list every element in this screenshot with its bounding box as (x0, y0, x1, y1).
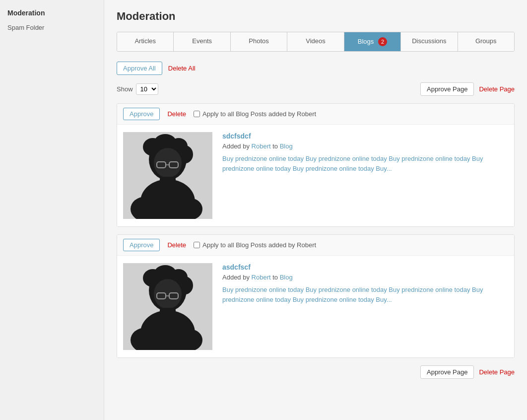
delete-page-button-bottom[interactable]: Delete Page (479, 366, 515, 378)
approve-page-button-bottom[interactable]: Approve Page (420, 365, 474, 379)
apply-label-blog-1[interactable]: Apply to all Blog Posts added by Robert (194, 110, 316, 118)
blog-excerpt-2: Buy prednizone online today Buy prednizo… (222, 285, 508, 304)
svg-point-27 (178, 329, 202, 350)
delete-button-blog-2[interactable]: Delete (167, 239, 186, 251)
page-actions-bottom: Approve Page Delete Page (117, 365, 515, 379)
tab-events[interactable]: Events (174, 32, 230, 51)
tab-articles[interactable]: Articles (117, 32, 174, 51)
blog-card-2-body: asdcfscf Added by Robert to Blog Buy pre… (117, 256, 514, 357)
tab-groups[interactable]: Groups (458, 32, 514, 51)
blog-meta-2: Added by Robert to Blog (222, 274, 508, 281)
blog-info-1: sdcfsdcf Added by Robert to Blog Buy pre… (222, 132, 508, 219)
delete-page-button-top[interactable]: Delete Page (479, 83, 515, 95)
show-label: Show 5 10 20 50 (117, 83, 158, 95)
sidebar: Moderation Spam Folder (0, 0, 104, 420)
show-select[interactable]: 5 10 20 50 (136, 83, 158, 95)
tab-blogs[interactable]: Blogs 2 (344, 32, 401, 51)
blog-destination-link-2[interactable]: Blog (280, 274, 293, 281)
tab-discussions[interactable]: Discussions (401, 32, 458, 51)
blog-card-1-body: sdcfsdcf Added by Robert to Blog Buy pre… (117, 125, 514, 226)
page-actions-top: Approve Page Delete Page (420, 82, 515, 96)
blog-author-link-1[interactable]: Robert (252, 142, 271, 150)
blog-info-2: asdcfscf Added by Robert to Blog Buy pre… (222, 263, 508, 350)
delete-button-blog-1[interactable]: Delete (167, 108, 186, 120)
approve-button-blog-1[interactable]: Approve (123, 108, 160, 120)
blog-title-link-1[interactable]: sdcfsdcf (222, 132, 508, 140)
svg-point-13 (178, 198, 202, 219)
show-row-top: Show 5 10 20 50 Approve Page Delete Page (117, 82, 515, 96)
bulk-toolbar: Approve All Delete All (117, 62, 515, 75)
page-title: Moderation (117, 10, 515, 23)
blog-author-link-2[interactable]: Robert (252, 274, 271, 281)
blog-avatar-2 (123, 263, 212, 350)
sidebar-item-spam-folder[interactable]: Spam Folder (0, 21, 104, 34)
blog-excerpt-1: Buy prednizone online today Buy prednizo… (222, 154, 508, 173)
blog-card-2-header: Approve Delete Apply to all Blog Posts a… (117, 235, 514, 256)
apply-label-blog-2[interactable]: Apply to all Blog Posts added by Robert (194, 241, 316, 249)
blog-destination-link-1[interactable]: Blog (280, 142, 293, 150)
blogs-badge: 2 (378, 37, 387, 46)
blog-card-1: Approve Delete Apply to all Blog Posts a… (117, 103, 515, 227)
blog-meta-1: Added by Robert to Blog (222, 142, 508, 150)
apply-checkbox-blog-2[interactable] (194, 242, 200, 248)
blog-card-2: Approve Delete Apply to all Blog Posts a… (117, 234, 515, 358)
tabs-bar: Articles Events Photos Videos Blogs 2 Di… (117, 32, 515, 52)
blog-avatar-1 (123, 132, 212, 219)
blog-card-1-header: Approve Delete Apply to all Blog Posts a… (117, 104, 514, 125)
approve-all-button[interactable]: Approve All (117, 62, 162, 75)
delete-all-button[interactable]: Delete All (168, 62, 196, 74)
sidebar-title: Moderation (0, 5, 104, 21)
tab-photos[interactable]: Photos (231, 32, 287, 51)
blog-title-link-2[interactable]: asdcfscf (222, 263, 508, 271)
apply-checkbox-blog-1[interactable] (194, 111, 200, 117)
approve-button-blog-2[interactable]: Approve (123, 239, 160, 251)
approve-page-button-top[interactable]: Approve Page (420, 82, 474, 96)
main-content: Moderation Articles Events Photos Videos… (104, 0, 527, 420)
tab-videos[interactable]: Videos (287, 32, 344, 51)
